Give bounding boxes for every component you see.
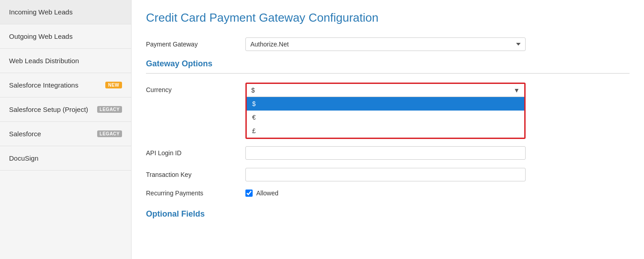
recurring-payments-label: Recurring Payments	[146, 190, 245, 197]
currency-options-list: $ € £	[247, 97, 524, 138]
payment-gateway-label: Payment Gateway	[146, 41, 245, 48]
currency-option-pound[interactable]: £	[247, 124, 524, 138]
recurring-payments-text: Allowed	[256, 190, 278, 197]
transaction-key-label: Transaction Key	[146, 171, 245, 178]
sidebar-item-label: Incoming Web Leads	[9, 8, 73, 16]
currency-option-euro[interactable]: €	[247, 111, 524, 124]
sidebar-item-label: Salesforce	[9, 130, 41, 138]
recurring-payments-checkbox-row: Allowed	[245, 190, 630, 197]
recurring-payments-row: Recurring Payments Allowed	[146, 190, 630, 197]
api-login-id-input[interactable]	[245, 146, 526, 160]
currency-section: Currency $ ▼ $ € £	[146, 83, 630, 139]
sidebar-item-label: Web Leads Distribution	[9, 57, 79, 65]
sidebar-item-label: DocuSign	[9, 154, 38, 162]
currency-option-dollar[interactable]: $	[247, 97, 524, 111]
currency-selected-value: $	[251, 87, 255, 94]
sidebar-item-web-leads-distribution[interactable]: Web Leads Distribution	[0, 49, 131, 73]
recurring-payments-checkbox[interactable]	[245, 190, 253, 197]
new-badge: NEW	[105, 82, 122, 88]
api-login-id-label: API Login ID	[146, 149, 245, 157]
transaction-key-row: Transaction Key	[146, 168, 630, 181]
api-login-id-row: API Login ID	[146, 146, 630, 160]
sidebar-item-label: Salesforce Integrations	[9, 81, 78, 89]
sidebar-item-salesforce-integrations[interactable]: Salesforce Integrations NEW	[0, 73, 131, 97]
sidebar-item-salesforce[interactable]: Salesforce LEGACY	[0, 122, 131, 146]
payment-gateway-select[interactable]: Authorize.Net PayPal Stripe	[245, 37, 526, 51]
gateway-options-section: Gateway Options Currency $ ▼ $ € £	[146, 59, 630, 197]
sidebar-item-outgoing-web-leads[interactable]: Outgoing Web Leads	[0, 24, 131, 49]
payment-gateway-row: Payment Gateway Authorize.Net PayPal Str…	[146, 37, 630, 51]
gateway-options-header: Gateway Options	[146, 59, 630, 69]
dropdown-arrow-icon: ▼	[513, 87, 520, 94]
recurring-payments-wrapper: Allowed	[245, 190, 630, 197]
sidebar-item-label: Outgoing Web Leads	[9, 32, 73, 40]
transaction-key-input[interactable]	[245, 168, 526, 181]
sidebar-item-docusign[interactable]: DocuSign	[0, 146, 131, 171]
currency-selected-row[interactable]: $ ▼	[247, 84, 524, 97]
legacy-badge: LEGACY	[97, 106, 122, 113]
sidebar-item-salesforce-setup[interactable]: Salesforce Setup (Project) LEGACY	[0, 97, 131, 122]
currency-row: Currency $ ▼ $ € £	[146, 83, 630, 139]
currency-label: Currency	[146, 83, 245, 93]
section-divider	[146, 73, 630, 74]
currency-dropdown-wrapper: $ ▼ $ € £	[245, 83, 630, 139]
legacy-badge-2: LEGACY	[97, 130, 122, 137]
transaction-key-input-wrapper	[245, 168, 630, 181]
sidebar-item-label: Salesforce Setup (Project)	[9, 106, 88, 113]
page-title: Credit Card Payment Gateway Configuratio…	[146, 11, 630, 25]
optional-fields-header: Optional Fields	[146, 209, 630, 219]
sidebar: Incoming Web Leads Outgoing Web Leads We…	[0, 0, 132, 259]
payment-gateway-wrapper: Authorize.Net PayPal Stripe	[245, 37, 630, 51]
api-login-id-input-wrapper	[245, 146, 630, 160]
currency-dropdown-container[interactable]: $ ▼ $ € £	[245, 83, 526, 139]
main-content: Credit Card Payment Gateway Configuratio…	[132, 0, 644, 259]
sidebar-item-incoming-web-leads[interactable]: Incoming Web Leads	[0, 0, 131, 24]
